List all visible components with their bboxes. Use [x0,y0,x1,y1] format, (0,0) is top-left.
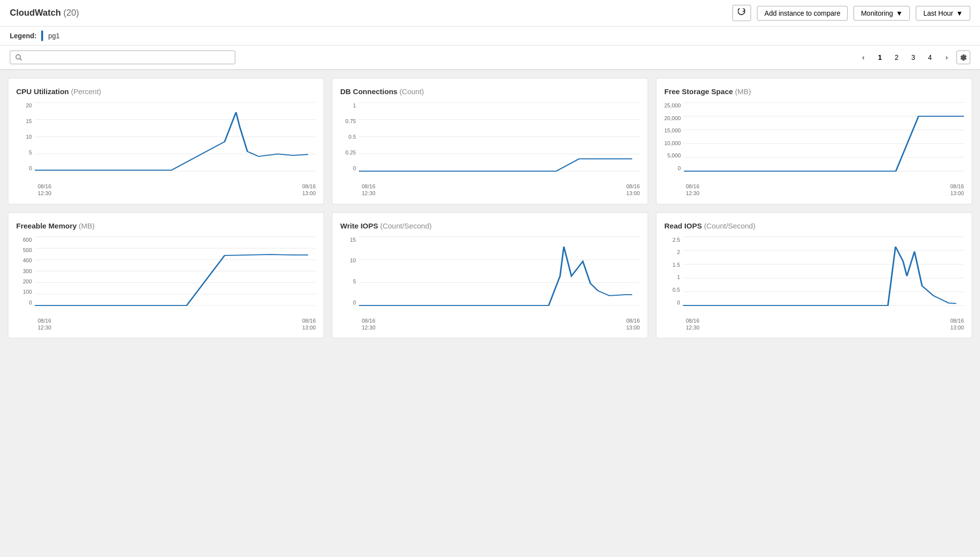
chevron-down-icon: ▼ [896,9,903,17]
chart-area-memory: 6005004003002001000 [16,237,316,315]
svg-point-0 [16,55,21,59]
chart-area-db: 10.750.50.250 [340,102,640,181]
chart-area-write-iops: 151050 [340,237,640,315]
monitoring-dropdown[interactable]: Monitoring ▼ [854,6,910,21]
add-instance-button[interactable]: Add instance to compare [757,6,848,21]
chevron-down-icon: ▼ [956,9,963,17]
chart-title-cpu: CPU Utilization (Percent) [16,87,316,96]
chart-card-read-iops: Read IOPS (Count/Second)2.521.510.5008/1… [656,212,972,339]
chart-plot-memory [35,237,316,305]
pagination: ‹ 1 2 3 4 › [856,51,970,64]
y-axis-storage: 25,00020,00015,00010,0005,0000 [664,102,684,171]
page-2-button[interactable]: 2 [890,51,904,64]
app-title: CloudWatch (20) [10,8,79,18]
search-input-wrap [10,51,235,64]
chart-card-cpu: CPU Utilization (Percent)2015105008/1612… [8,78,324,204]
next-page-button[interactable]: › [940,51,954,64]
chart-title-db: DB Connections (Count) [340,87,640,96]
y-axis-write-iops: 151050 [340,237,359,305]
chart-title-read-iops: Read IOPS (Count/Second) [664,222,964,230]
chart-svg-write-iops [359,237,640,305]
x-axis-read-iops: 08/1612:3008/1613:00 [664,317,964,331]
chart-title-write-iops: Write IOPS (Count/Second) [340,222,640,230]
legend-instance: pg1 [48,32,59,40]
page-1-button[interactable]: 1 [873,51,887,64]
x-axis-cpu: 08/1612:3008/1613:00 [16,183,316,197]
chart-area-storage: 25,00020,00015,00010,0005,0000 [664,102,964,181]
y-axis-memory: 6005004003002001000 [16,237,35,305]
y-axis-db: 10.750.50.250 [340,102,359,171]
page-4-button[interactable]: 4 [923,51,937,64]
chart-plot-db [359,102,640,171]
settings-button[interactable] [956,51,970,64]
chart-title-storage: Free Storage Space (MB) [664,87,964,96]
charts-grid: CPU Utilization (Percent)2015105008/1612… [0,70,980,346]
chart-svg-memory [35,237,316,305]
chart-plot-cpu [35,102,316,171]
legend-bar: Legend: pg1 [0,26,980,46]
refresh-button[interactable] [732,5,751,21]
x-axis-db: 08/1612:3008/1613:00 [340,183,640,197]
prev-page-button[interactable]: ‹ [856,51,870,64]
legend-label: Legend: [10,32,36,40]
search-icon [15,54,22,61]
chart-plot-write-iops [359,237,640,305]
x-axis-memory: 08/1612:3008/1613:00 [16,317,316,331]
x-axis-storage: 08/1612:3008/1613:00 [664,183,964,197]
chart-area-cpu: 20151050 [16,102,316,181]
svg-line-1 [20,59,22,61]
chart-svg-read-iops [683,237,964,305]
chart-card-write-iops: Write IOPS (Count/Second)15105008/1612:3… [332,212,648,339]
top-bar: CloudWatch (20) Add instance to compare … [0,0,980,26]
chart-plot-read-iops [683,237,964,305]
page-3-button[interactable]: 3 [906,51,920,64]
search-bar: ‹ 1 2 3 4 › [0,46,980,70]
y-axis-cpu: 20151050 [16,102,35,171]
legend-color-indicator [41,30,43,41]
time-range-dropdown[interactable]: Last Hour ▼ [916,6,970,21]
chart-svg-db [359,102,640,171]
y-axis-read-iops: 2.521.510.50 [664,237,683,305]
x-axis-write-iops: 08/1612:3008/1613:00 [340,317,640,331]
chart-card-memory: Freeable Memory (MB)60050040030020010000… [8,212,324,339]
chart-svg-storage [684,102,964,171]
chart-plot-storage [684,102,964,171]
gear-icon [959,53,967,61]
chart-card-db: DB Connections (Count)10.750.50.25008/16… [332,78,648,204]
chart-card-storage: Free Storage Space (MB)25,00020,00015,00… [656,78,972,204]
chart-area-read-iops: 2.521.510.50 [664,237,964,315]
search-input[interactable] [25,53,230,61]
chart-title-memory: Freeable Memory (MB) [16,222,316,230]
chart-svg-cpu [35,102,316,171]
